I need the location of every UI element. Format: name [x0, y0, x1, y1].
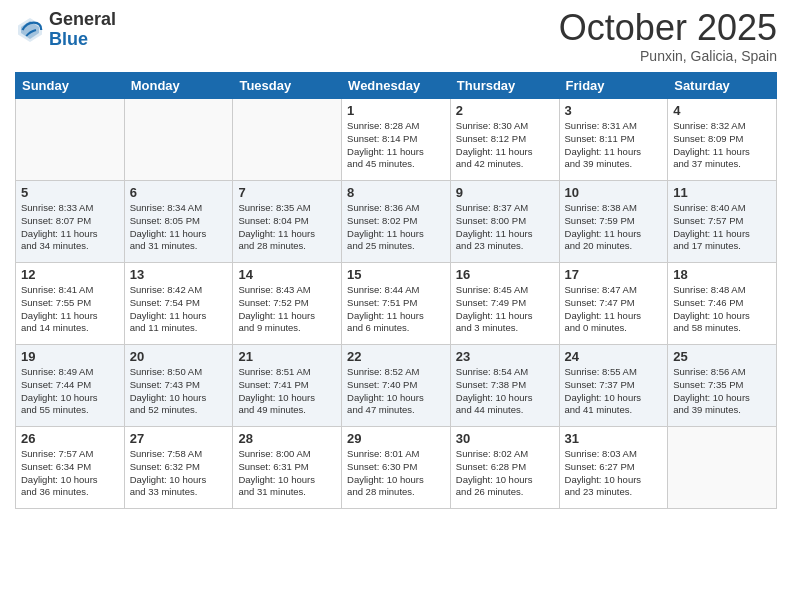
month-title: October 2025 — [559, 10, 777, 46]
day-cell: 2Sunrise: 8:30 AM Sunset: 8:12 PM Daylig… — [450, 99, 559, 181]
day-info: Sunrise: 8:51 AM Sunset: 7:41 PM Dayligh… — [238, 366, 336, 417]
day-info: Sunrise: 8:55 AM Sunset: 7:37 PM Dayligh… — [565, 366, 663, 417]
day-number: 27 — [130, 431, 228, 446]
day-info: Sunrise: 8:33 AM Sunset: 8:07 PM Dayligh… — [21, 202, 119, 253]
day-number: 5 — [21, 185, 119, 200]
day-cell: 15Sunrise: 8:44 AM Sunset: 7:51 PM Dayli… — [342, 263, 451, 345]
day-info: Sunrise: 8:32 AM Sunset: 8:09 PM Dayligh… — [673, 120, 771, 171]
day-info: Sunrise: 8:38 AM Sunset: 7:59 PM Dayligh… — [565, 202, 663, 253]
week-row: 5Sunrise: 8:33 AM Sunset: 8:07 PM Daylig… — [16, 181, 777, 263]
day-info: Sunrise: 8:37 AM Sunset: 8:00 PM Dayligh… — [456, 202, 554, 253]
logo-blue: Blue — [49, 30, 116, 50]
header-day: Monday — [124, 73, 233, 99]
day-cell — [233, 99, 342, 181]
day-number: 9 — [456, 185, 554, 200]
day-cell: 26Sunrise: 7:57 AM Sunset: 6:34 PM Dayli… — [16, 427, 125, 509]
day-cell: 16Sunrise: 8:45 AM Sunset: 7:49 PM Dayli… — [450, 263, 559, 345]
header-day: Saturday — [668, 73, 777, 99]
day-number: 3 — [565, 103, 663, 118]
day-cell: 6Sunrise: 8:34 AM Sunset: 8:05 PM Daylig… — [124, 181, 233, 263]
day-cell: 3Sunrise: 8:31 AM Sunset: 8:11 PM Daylig… — [559, 99, 668, 181]
day-info: Sunrise: 8:49 AM Sunset: 7:44 PM Dayligh… — [21, 366, 119, 417]
day-cell: 18Sunrise: 8:48 AM Sunset: 7:46 PM Dayli… — [668, 263, 777, 345]
day-cell — [16, 99, 125, 181]
day-info: Sunrise: 8:36 AM Sunset: 8:02 PM Dayligh… — [347, 202, 445, 253]
day-info: Sunrise: 8:47 AM Sunset: 7:47 PM Dayligh… — [565, 284, 663, 335]
day-cell: 19Sunrise: 8:49 AM Sunset: 7:44 PM Dayli… — [16, 345, 125, 427]
day-info: Sunrise: 7:57 AM Sunset: 6:34 PM Dayligh… — [21, 448, 119, 499]
day-cell: 14Sunrise: 8:43 AM Sunset: 7:52 PM Dayli… — [233, 263, 342, 345]
day-info: Sunrise: 8:52 AM Sunset: 7:40 PM Dayligh… — [347, 366, 445, 417]
header-day: Wednesday — [342, 73, 451, 99]
day-number: 30 — [456, 431, 554, 446]
day-number: 24 — [565, 349, 663, 364]
day-info: Sunrise: 8:48 AM Sunset: 7:46 PM Dayligh… — [673, 284, 771, 335]
header-day: Thursday — [450, 73, 559, 99]
day-cell: 13Sunrise: 8:42 AM Sunset: 7:54 PM Dayli… — [124, 263, 233, 345]
logo: General Blue — [15, 10, 116, 50]
day-info: Sunrise: 7:58 AM Sunset: 6:32 PM Dayligh… — [130, 448, 228, 499]
day-number: 25 — [673, 349, 771, 364]
day-number: 26 — [21, 431, 119, 446]
day-cell: 5Sunrise: 8:33 AM Sunset: 8:07 PM Daylig… — [16, 181, 125, 263]
day-info: Sunrise: 8:03 AM Sunset: 6:27 PM Dayligh… — [565, 448, 663, 499]
day-info: Sunrise: 8:28 AM Sunset: 8:14 PM Dayligh… — [347, 120, 445, 171]
day-cell: 8Sunrise: 8:36 AM Sunset: 8:02 PM Daylig… — [342, 181, 451, 263]
day-info: Sunrise: 8:34 AM Sunset: 8:05 PM Dayligh… — [130, 202, 228, 253]
day-info: Sunrise: 8:41 AM Sunset: 7:55 PM Dayligh… — [21, 284, 119, 335]
day-cell: 25Sunrise: 8:56 AM Sunset: 7:35 PM Dayli… — [668, 345, 777, 427]
day-number: 13 — [130, 267, 228, 282]
day-number: 15 — [347, 267, 445, 282]
day-number: 31 — [565, 431, 663, 446]
day-number: 6 — [130, 185, 228, 200]
day-info: Sunrise: 8:40 AM Sunset: 7:57 PM Dayligh… — [673, 202, 771, 253]
day-number: 17 — [565, 267, 663, 282]
day-number: 28 — [238, 431, 336, 446]
week-row: 1Sunrise: 8:28 AM Sunset: 8:14 PM Daylig… — [16, 99, 777, 181]
week-row: 12Sunrise: 8:41 AM Sunset: 7:55 PM Dayli… — [16, 263, 777, 345]
day-info: Sunrise: 8:01 AM Sunset: 6:30 PM Dayligh… — [347, 448, 445, 499]
day-info: Sunrise: 8:45 AM Sunset: 7:49 PM Dayligh… — [456, 284, 554, 335]
day-number: 16 — [456, 267, 554, 282]
location: Punxin, Galicia, Spain — [559, 48, 777, 64]
day-number: 22 — [347, 349, 445, 364]
day-info: Sunrise: 8:50 AM Sunset: 7:43 PM Dayligh… — [130, 366, 228, 417]
day-cell — [124, 99, 233, 181]
day-number: 8 — [347, 185, 445, 200]
day-cell: 23Sunrise: 8:54 AM Sunset: 7:38 PM Dayli… — [450, 345, 559, 427]
day-cell: 28Sunrise: 8:00 AM Sunset: 6:31 PM Dayli… — [233, 427, 342, 509]
header-day: Sunday — [16, 73, 125, 99]
calendar: SundayMondayTuesdayWednesdayThursdayFrid… — [15, 72, 777, 509]
day-info: Sunrise: 8:35 AM Sunset: 8:04 PM Dayligh… — [238, 202, 336, 253]
logo-text: General Blue — [49, 10, 116, 50]
title-section: October 2025 Punxin, Galicia, Spain — [559, 10, 777, 64]
day-cell: 22Sunrise: 8:52 AM Sunset: 7:40 PM Dayli… — [342, 345, 451, 427]
page: General Blue October 2025 Punxin, Galici… — [0, 0, 792, 612]
day-cell — [668, 427, 777, 509]
header-row: SundayMondayTuesdayWednesdayThursdayFrid… — [16, 73, 777, 99]
day-cell: 21Sunrise: 8:51 AM Sunset: 7:41 PM Dayli… — [233, 345, 342, 427]
day-info: Sunrise: 8:56 AM Sunset: 7:35 PM Dayligh… — [673, 366, 771, 417]
day-number: 2 — [456, 103, 554, 118]
day-number: 11 — [673, 185, 771, 200]
day-cell: 17Sunrise: 8:47 AM Sunset: 7:47 PM Dayli… — [559, 263, 668, 345]
header-day: Tuesday — [233, 73, 342, 99]
day-info: Sunrise: 8:02 AM Sunset: 6:28 PM Dayligh… — [456, 448, 554, 499]
day-cell: 9Sunrise: 8:37 AM Sunset: 8:00 PM Daylig… — [450, 181, 559, 263]
day-cell: 4Sunrise: 8:32 AM Sunset: 8:09 PM Daylig… — [668, 99, 777, 181]
day-info: Sunrise: 8:00 AM Sunset: 6:31 PM Dayligh… — [238, 448, 336, 499]
day-info: Sunrise: 8:30 AM Sunset: 8:12 PM Dayligh… — [456, 120, 554, 171]
day-cell: 11Sunrise: 8:40 AM Sunset: 7:57 PM Dayli… — [668, 181, 777, 263]
day-cell: 7Sunrise: 8:35 AM Sunset: 8:04 PM Daylig… — [233, 181, 342, 263]
day-cell: 27Sunrise: 7:58 AM Sunset: 6:32 PM Dayli… — [124, 427, 233, 509]
day-number: 23 — [456, 349, 554, 364]
logo-icon — [15, 15, 45, 45]
day-cell: 20Sunrise: 8:50 AM Sunset: 7:43 PM Dayli… — [124, 345, 233, 427]
day-cell: 10Sunrise: 8:38 AM Sunset: 7:59 PM Dayli… — [559, 181, 668, 263]
day-cell: 30Sunrise: 8:02 AM Sunset: 6:28 PM Dayli… — [450, 427, 559, 509]
day-number: 12 — [21, 267, 119, 282]
week-row: 26Sunrise: 7:57 AM Sunset: 6:34 PM Dayli… — [16, 427, 777, 509]
header: General Blue October 2025 Punxin, Galici… — [15, 10, 777, 64]
day-info: Sunrise: 8:43 AM Sunset: 7:52 PM Dayligh… — [238, 284, 336, 335]
day-number: 18 — [673, 267, 771, 282]
